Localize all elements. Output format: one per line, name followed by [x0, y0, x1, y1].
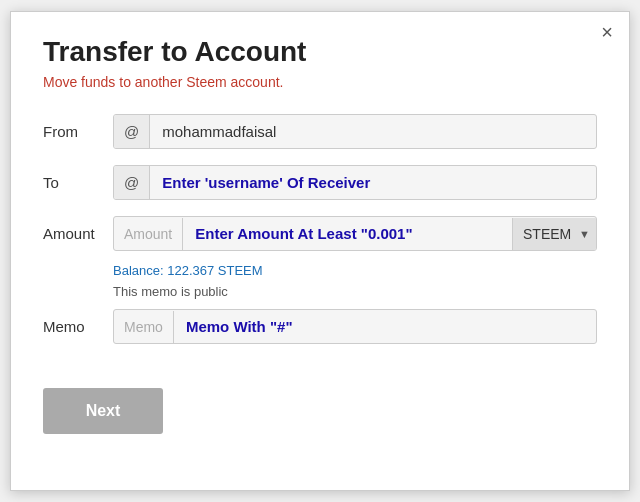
amount-input[interactable] [183, 217, 512, 250]
amount-row: Amount Amount STEEM SBD ▼ [43, 216, 597, 251]
memo-public-notice: This memo is public [113, 284, 597, 299]
to-label: To [43, 174, 113, 191]
amount-input-wrapper: Amount STEEM SBD ▼ [113, 216, 597, 251]
modal-title: Transfer to Account [43, 36, 597, 68]
currency-select[interactable]: STEEM SBD [513, 218, 596, 250]
next-button[interactable]: Next [43, 388, 163, 434]
to-input[interactable] [150, 166, 596, 199]
to-row: To @ [43, 165, 597, 200]
amount-inner-label: Amount [114, 218, 183, 250]
amount-label: Amount [43, 225, 113, 242]
from-label: From [43, 123, 113, 140]
balance-text: Balance: 122.367 STEEM [113, 263, 597, 278]
from-input-wrapper: @ [113, 114, 597, 149]
currency-wrapper: STEEM SBD ▼ [512, 218, 596, 250]
memo-inner-label: Memo [114, 311, 174, 343]
from-at-symbol: @ [114, 115, 150, 148]
memo-input-wrapper: Memo [113, 309, 597, 344]
memo-row: Memo Memo [43, 309, 597, 344]
from-row: From @ [43, 114, 597, 149]
modal-subtitle: Move funds to another Steem account. [43, 74, 597, 90]
memo-label: Memo [43, 318, 113, 335]
memo-input[interactable] [174, 310, 596, 343]
to-input-wrapper: @ [113, 165, 597, 200]
transfer-modal: × Transfer to Account Move funds to anot… [10, 11, 630, 491]
from-input[interactable] [150, 115, 596, 148]
close-button[interactable]: × [601, 22, 613, 42]
to-at-symbol: @ [114, 166, 150, 199]
